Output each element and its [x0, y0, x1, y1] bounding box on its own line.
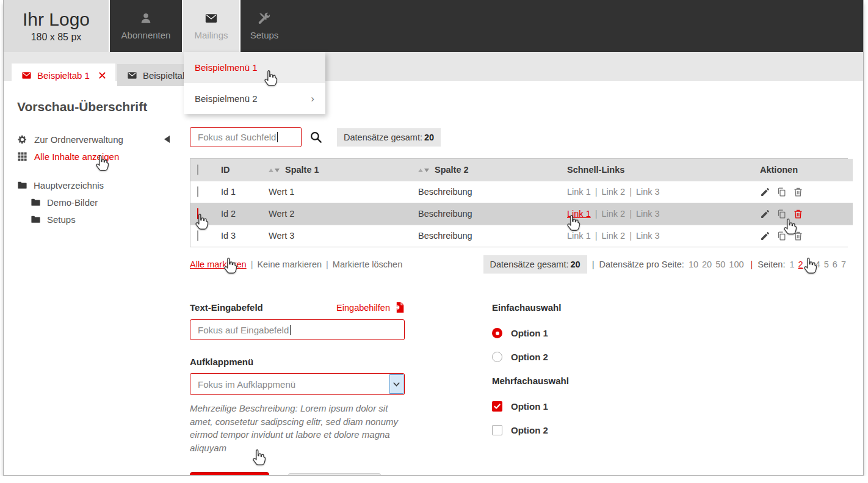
cell-spalte-1: Wert 2 [265, 203, 414, 225]
search-row: Fokus auf Suchfeld Datensätze gesamt:20 [190, 127, 848, 147]
sidebar-item-folder-management[interactable]: Zur Ordnerverwaltung [17, 131, 170, 148]
quick-link-2[interactable]: Link 2 [601, 209, 625, 219]
menu-item-beispielmenu-1[interactable]: Beispielmenü 1 [184, 52, 325, 83]
insert-document-icon [394, 302, 405, 313]
tab-beispieltab-1[interactable]: Beispieltab 1 [12, 64, 115, 87]
page-5[interactable]: 5 [824, 260, 829, 269]
search-input[interactable]: Fokus auf Suchfeld [190, 127, 302, 147]
sort-icons[interactable] [418, 169, 429, 172]
select-none-link[interactable]: Keine markieren [257, 260, 322, 269]
checkbox-option-2[interactable]: Option 2 [492, 425, 569, 435]
text-input-value: Fokus auf Eingabefeld [198, 325, 289, 335]
folder-icon [31, 197, 41, 208]
radio-unchecked-icon[interactable] [492, 352, 502, 362]
column-header-id[interactable]: ID [217, 159, 265, 181]
per-page-10[interactable]: 10 [689, 260, 698, 269]
page-6[interactable]: 6 [833, 260, 837, 269]
per-page-20[interactable]: 20 [702, 260, 712, 269]
quick-link-3[interactable]: Link 3 [636, 209, 660, 219]
sort-up-icon [418, 169, 423, 172]
app-window: Ihr Logo 180 x 85 px Abonnenten Mailings… [3, 0, 864, 476]
row-checkbox[interactable] [197, 230, 198, 241]
edit-pencil-icon[interactable] [760, 187, 770, 197]
column-header-aktionen: Aktionen [756, 159, 853, 181]
nav-item-label: Abonnenten [121, 30, 171, 40]
trash-icon[interactable] [793, 187, 803, 197]
secondary-button[interactable]: Langer Buttontext [288, 473, 381, 476]
text-input-field[interactable]: Fokus auf Eingabefeld [190, 319, 405, 340]
sidebar-item-label: Zur Ordnerverwaltung [34, 134, 123, 145]
select-arrow-button[interactable] [390, 375, 403, 393]
folder-tree: Hauptverzeichnis Demo-Bilder Setups [17, 176, 186, 228]
hand-cursor-icon [565, 214, 582, 233]
radio-option-2[interactable]: Option 2 [492, 352, 569, 362]
input-helpers-link[interactable]: Eingabehilfen [336, 302, 405, 313]
checkbox-checked-icon[interactable] [492, 401, 502, 412]
sort-icons[interactable] [269, 169, 280, 172]
nav-item-setups[interactable]: Setups [239, 0, 288, 52]
envelope-icon [127, 70, 137, 81]
primary-button[interactable]: Buttontext [190, 472, 269, 476]
close-icon[interactable] [99, 72, 106, 79]
tree-item-demo-bilder[interactable]: Demo-Bilder [31, 194, 186, 211]
radio-checked-icon[interactable] [492, 328, 502, 338]
hand-cursor-icon [193, 212, 210, 231]
quick-link-3[interactable]: Link 3 [636, 187, 660, 197]
menu-item-label: Beispielmenü 1 [195, 62, 258, 73]
radio-option-1[interactable]: Option 1 [492, 328, 569, 338]
cell-links: Link 1|Link 2|Link 3 [563, 203, 756, 225]
logo-title: Ihr Logo [23, 9, 90, 30]
search-icon[interactable] [309, 131, 322, 143]
tab-bar: Beispieltab 1 Beispieltab 2 [4, 52, 863, 87]
table-row[interactable]: Id 1 Wert 1 Beschreibung Link 1|Link 2|L… [190, 181, 853, 203]
column-header-spalte-1[interactable]: Spalte 1 [265, 159, 414, 181]
sort-up-icon [269, 169, 273, 172]
checkbox-option-1[interactable]: Option 1 [492, 401, 569, 412]
dropdown-select[interactable]: Fokus im Aufklappmenü [190, 373, 405, 395]
main-panel: Fokus auf Suchfeld Datensätze gesamt:20 … [186, 87, 863, 476]
search-input-value: Fokus auf Suchfeld [198, 132, 276, 142]
table-row-selected[interactable]: Id 2 Wert 2 Beschreibung Link 1|Link 2|L… [190, 203, 853, 225]
radio-group-label: Einfachauswahl [492, 302, 569, 313]
per-page-100[interactable]: 100 [729, 260, 743, 269]
tree-item-setups[interactable]: Setups [31, 211, 186, 228]
quick-link-2[interactable]: Link 2 [601, 187, 625, 197]
edit-pencil-icon[interactable] [760, 209, 770, 219]
row-checkbox[interactable] [197, 186, 198, 197]
nav-item-abonnenten[interactable]: Abonnenten [109, 0, 182, 52]
quick-link-3[interactable]: Link 3 [636, 231, 660, 241]
badge-value: 20 [424, 133, 434, 142]
cell-links: Link 1|Link 2|Link 3 [563, 181, 756, 203]
select-all-checkbox[interactable] [197, 164, 198, 175]
sidebar: Vorschau-Überschrift Zur Ordnerverwaltun… [4, 87, 186, 476]
page-7[interactable]: 7 [841, 260, 846, 269]
menu-item-label: Beispielmenü 2 [195, 93, 258, 104]
checkbox-group-label: Mehrfachauswahl [492, 376, 569, 386]
total-records-badge: Datensätze gesamt:20 [483, 255, 587, 274]
page-title: Vorschau-Überschrift [17, 100, 186, 114]
tree-item-hauptverzeichnis[interactable]: Hauptverzeichnis [17, 176, 186, 194]
cell-spalte-2: Beschreibung [414, 225, 563, 247]
quick-link-1[interactable]: Link 1 [567, 187, 591, 197]
copy-icon[interactable] [776, 187, 787, 197]
collapse-triangle-icon[interactable] [164, 136, 170, 143]
form-area: Text-Eingabefeld Eingabehilfen Fokus auf… [190, 302, 848, 476]
column-header-spalte-2[interactable]: Spalte 2 [414, 159, 563, 181]
menu-item-beispielmenu-2[interactable]: Beispielmenü 2 › [184, 83, 325, 114]
sidebar-item-show-all[interactable]: Alle Inhalte anzeigen [17, 148, 170, 165]
pagination: Datensätze gesamt:20 | Datensätze pro Se… [483, 255, 848, 274]
edit-pencil-icon[interactable] [760, 231, 770, 241]
per-page-50[interactable]: 50 [715, 260, 725, 269]
quick-link-2[interactable]: Link 2 [601, 231, 625, 241]
table-header-row: ID Spalte 1 Spalte 2 Schnell-Links Aktio… [190, 159, 853, 181]
page-1[interactable]: 1 [789, 260, 794, 269]
table-row[interactable]: Id 3 Wert 3 Beschreibung Link 1|Link 2|L… [190, 225, 853, 247]
delete-marked-link[interactable]: Markierte löschen [333, 260, 402, 269]
table-footer: Alle markieren|Keine markieren|Markierte… [190, 255, 848, 274]
per-page-label: Datensätze pro Seite: [599, 260, 684, 269]
checkbox-unchecked-icon[interactable] [492, 425, 502, 435]
chevron-down-icon [393, 381, 400, 388]
cell-id: Id 3 [217, 225, 265, 247]
nav-item-label: Mailings [194, 30, 228, 40]
nav-item-mailings[interactable]: Mailings [182, 0, 239, 52]
